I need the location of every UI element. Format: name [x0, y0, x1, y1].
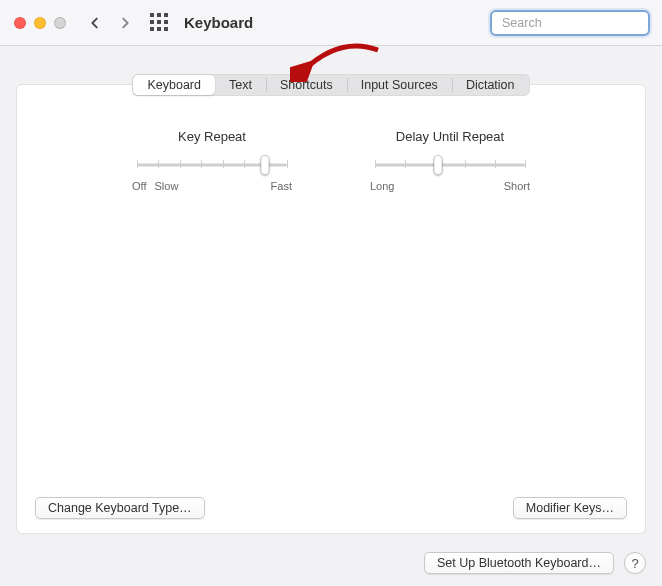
tab-shortcuts[interactable]: Shortcuts [266, 75, 347, 95]
label-fast: Fast [271, 180, 292, 192]
delay-repeat-group: Delay Until Repeat Long Short [370, 129, 530, 192]
svg-rect-1 [157, 13, 161, 17]
help-button[interactable]: ? [624, 552, 646, 574]
minimize-window-button[interactable] [34, 17, 46, 29]
svg-rect-0 [150, 13, 154, 17]
setup-bluetooth-button[interactable]: Set Up Bluetooth Keyboard… [424, 552, 614, 574]
tab-label: Keyboard [147, 75, 201, 95]
search-input[interactable] [502, 16, 659, 30]
tabs-container: Keyboard Text Shortcuts Input Sources Di… [0, 74, 662, 96]
window-title: Keyboard [184, 14, 253, 31]
label-short: Short [504, 180, 530, 192]
back-button[interactable] [84, 12, 106, 34]
label-long: Long [370, 180, 394, 192]
delay-repeat-labels: Long Short [370, 180, 530, 192]
keyboard-panel: Key Repeat Off Slow Fast Delay Until Rep… [16, 84, 646, 534]
panel-bottom-buttons: Change Keyboard Type… Modifier Keys… [35, 497, 627, 519]
close-window-button[interactable] [14, 17, 26, 29]
window-controls [14, 17, 66, 29]
svg-rect-7 [157, 27, 161, 31]
label-off: Off [132, 180, 146, 192]
footer: Set Up Bluetooth Keyboard… ? [424, 552, 646, 574]
change-keyboard-type-button[interactable]: Change Keyboard Type… [35, 497, 205, 519]
tab-text[interactable]: Text [215, 75, 266, 95]
tab-label: Dictation [466, 75, 515, 95]
delay-repeat-thumb[interactable] [434, 155, 443, 175]
search-field[interactable] [490, 10, 650, 36]
tab-label: Input Sources [361, 75, 438, 95]
key-repeat-labels: Off Slow Fast [132, 180, 292, 192]
sliders-row: Key Repeat Off Slow Fast Delay Until Rep… [45, 129, 617, 192]
modifier-keys-button[interactable]: Modifier Keys… [513, 497, 627, 519]
svg-rect-5 [164, 20, 168, 24]
forward-button [114, 12, 136, 34]
preference-tabs: Keyboard Text Shortcuts Input Sources Di… [132, 74, 529, 96]
tab-dictation[interactable]: Dictation [452, 75, 529, 95]
label-slow: Slow [154, 180, 178, 192]
key-repeat-title: Key Repeat [178, 129, 246, 144]
key-repeat-group: Key Repeat Off Slow Fast [132, 129, 292, 192]
svg-rect-6 [150, 27, 154, 31]
tab-label: Text [229, 75, 252, 95]
show-all-icon[interactable] [150, 13, 170, 33]
svg-rect-4 [157, 20, 161, 24]
svg-rect-3 [150, 20, 154, 24]
tab-keyboard[interactable]: Keyboard [133, 75, 215, 95]
svg-rect-2 [164, 13, 168, 17]
svg-rect-8 [164, 27, 168, 31]
key-repeat-thumb[interactable] [260, 155, 269, 175]
key-repeat-slider[interactable] [137, 158, 287, 172]
zoom-window-button [54, 17, 66, 29]
titlebar: Keyboard [0, 0, 662, 46]
delay-repeat-title: Delay Until Repeat [396, 129, 504, 144]
tab-input-sources[interactable]: Input Sources [347, 75, 452, 95]
delay-repeat-slider[interactable] [375, 158, 525, 172]
tab-label: Shortcuts [280, 75, 333, 95]
